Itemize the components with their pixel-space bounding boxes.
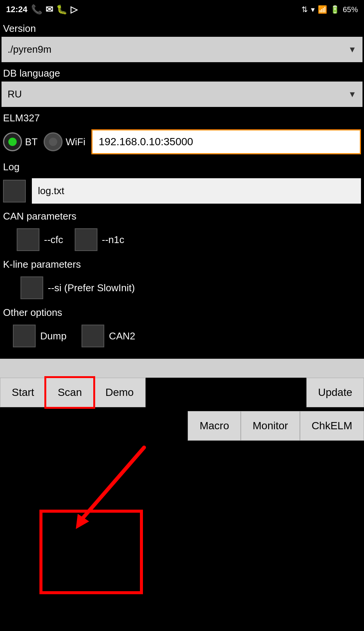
chkelm-button[interactable]: ChkELM xyxy=(300,411,364,441)
bottom-right-buttons: Macro Monitor ChkELM xyxy=(188,411,364,441)
battery-percentage: 65% xyxy=(343,5,358,14)
demo-button[interactable]: Demo xyxy=(94,378,146,407)
can-parameters-row: --cfc --n1c xyxy=(2,224,362,255)
button-spacer xyxy=(0,366,364,378)
macro-button[interactable]: Macro xyxy=(188,411,241,441)
status-time-area: 12:24 📞 ✉ 🐛 ▷ xyxy=(6,4,77,15)
wifi-icon: ▾ xyxy=(311,5,315,14)
bt-label: BT xyxy=(25,136,38,148)
kline-parameters-row: --si (Prefer SlowInit) xyxy=(2,273,362,303)
n1c-label: --n1c xyxy=(102,234,124,246)
cfc-checkbox[interactable] xyxy=(17,228,39,251)
monitor-button[interactable]: Monitor xyxy=(241,411,300,441)
status-bar: 12:24 📞 ✉ 🐛 ▷ ⇅ ▾ 📶 🔋 65% xyxy=(0,0,364,19)
db-language-dropdown-arrow: ▼ xyxy=(348,89,356,99)
bottom-buttons-row: Start Scan Demo Update xyxy=(0,378,364,407)
log-checkbox[interactable] xyxy=(3,180,26,202)
scan-highlight-container: Scan xyxy=(46,378,94,407)
wifi-radio-item[interactable]: WiFi xyxy=(44,132,85,151)
version-label: Version xyxy=(2,19,362,37)
si-checkbox[interactable] xyxy=(20,276,43,299)
elm327-section: BT WiFi xyxy=(2,126,362,157)
cfc-item: --cfc xyxy=(17,228,63,251)
n1c-checkbox[interactable] xyxy=(75,228,97,251)
dump-item: Dump xyxy=(13,325,66,347)
db-language-dropdown[interactable]: RU ▼ xyxy=(2,82,362,107)
n1c-item: --n1c xyxy=(75,228,124,251)
si-label: --si (Prefer SlowInit) xyxy=(48,282,135,294)
log-row: log.txt xyxy=(2,175,362,207)
svg-line-1 xyxy=(82,447,144,520)
notification-icons: 📞 ✉ 🐛 ▷ xyxy=(31,4,77,15)
other-options-label: Other options xyxy=(2,303,362,321)
start-button[interactable]: Start xyxy=(0,378,46,407)
svg-marker-2 xyxy=(76,514,89,529)
wifi-radio-button[interactable] xyxy=(44,132,63,151)
db-language-value: RU xyxy=(8,88,22,100)
can2-item: CAN2 xyxy=(82,325,135,347)
wifi-radio-dot xyxy=(49,138,57,146)
cell-signal-icon: 📶 xyxy=(318,5,327,14)
bug-icon: 🐛 xyxy=(56,4,67,15)
gmail-icon: ✉ xyxy=(46,4,53,15)
bt-radio-dot xyxy=(8,138,17,146)
dump-checkbox[interactable] xyxy=(13,325,36,347)
bottom-buttons-row-2: Macro Monitor ChkELM xyxy=(0,407,364,444)
bt-radio-item[interactable]: BT xyxy=(3,132,38,151)
cfc-label: --cfc xyxy=(44,234,63,246)
can-parameters-label: CAN parameters xyxy=(2,207,362,224)
version-value: ./pyren9m xyxy=(8,44,52,55)
viber-icon: 📞 xyxy=(31,4,42,15)
version-dropdown-arrow: ▼ xyxy=(348,45,356,55)
elm327-row: BT WiFi xyxy=(3,129,361,154)
can2-label: CAN2 xyxy=(109,330,135,342)
si-item: --si (Prefer SlowInit) xyxy=(20,276,135,299)
can2-checkbox[interactable] xyxy=(82,325,104,347)
elm327-radio-group: BT WiFi xyxy=(3,132,85,151)
time-display: 12:24 xyxy=(6,5,27,14)
status-right-area: ⇅ ▾ 📶 🔋 65% xyxy=(301,5,358,14)
log-label: Log xyxy=(2,157,362,175)
other-options-row: Dump CAN2 xyxy=(2,321,362,351)
scan-button[interactable]: Scan xyxy=(46,378,94,407)
main-content: Version ./pyren9m ▼ DB language RU ▼ ELM… xyxy=(0,19,364,351)
log-filename: log.txt xyxy=(32,178,361,204)
update-button[interactable]: Update xyxy=(306,378,364,407)
kline-parameters-label: K-line parameters xyxy=(2,255,362,273)
db-language-label: DB language xyxy=(2,64,362,82)
bt-radio-button[interactable] xyxy=(3,132,22,151)
ip-address-input[interactable] xyxy=(91,129,361,154)
version-dropdown[interactable]: ./pyren9m ▼ xyxy=(2,37,362,62)
elm327-label: ELM327 xyxy=(2,108,362,126)
wifi-label: WiFi xyxy=(66,136,85,148)
button-area: Start Scan Demo Update Macro Monitor Chk… xyxy=(0,359,364,444)
dump-label: Dump xyxy=(40,330,66,342)
battery-icon: 🔋 xyxy=(330,5,340,14)
play-icon: ▷ xyxy=(71,4,77,15)
signal-arrows-icon: ⇅ xyxy=(301,5,308,14)
svg-rect-0 xyxy=(41,511,141,593)
